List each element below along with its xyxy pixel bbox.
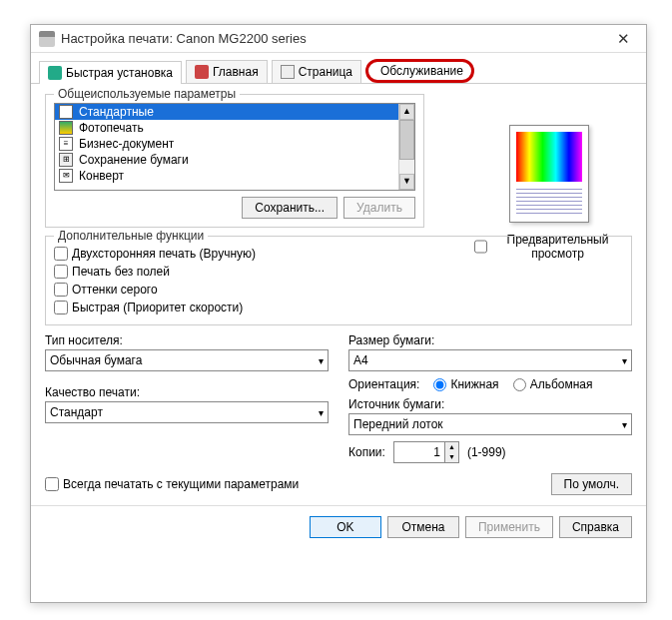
delete-preset-button: Удалить <box>343 197 415 219</box>
portrait-radio-label[interactable]: Книжная <box>433 377 498 391</box>
radio-label: Альбомная <box>530 377 593 391</box>
duplex-checkbox[interactable] <box>54 247 68 261</box>
tab-label: Главная <box>213 65 259 79</box>
group-label: Дополнительные функции <box>54 229 208 243</box>
quick-setup-icon <box>48 66 62 80</box>
media-type-label: Тип носителя: <box>45 333 329 347</box>
check-label: Всегда печатать с текущими параметрами <box>63 477 299 491</box>
grayscale-checkbox[interactable] <box>54 283 68 297</box>
envelope-preset-icon: ✉ <box>59 169 73 183</box>
save-preset-button[interactable]: Сохранить... <box>242 197 337 219</box>
scroll-thumb[interactable] <box>399 120 414 160</box>
chevron-down-icon: ▾ <box>622 355 627 366</box>
titlebar: Настройка печати: Canon MG2200 series ✕ <box>31 25 646 53</box>
page-tab-icon <box>281 65 295 79</box>
business-preset-icon: ≡ <box>59 137 73 151</box>
list-item-label: Сохранение бумаги <box>79 153 189 167</box>
scroll-down-button[interactable]: ▼ <box>399 174 414 190</box>
combo-value: Обычная бумага <box>50 353 319 367</box>
portrait-radio[interactable] <box>433 378 446 391</box>
chevron-down-icon: ▾ <box>622 419 627 430</box>
list-item-label: Бизнес-документ <box>79 137 174 151</box>
common-presets-group: Общеиспользуемые параметры ✦ Стандартные… <box>45 94 424 228</box>
close-button[interactable]: ✕ <box>608 30 638 48</box>
tab-label: Быстрая установка <box>66 66 173 80</box>
listbox-scrollbar[interactable]: ▲ ▼ <box>398 104 414 190</box>
always-print-check-row[interactable]: Всегда печатать с текущими параметрами <box>45 475 299 493</box>
chevron-down-icon: ▾ <box>319 355 324 366</box>
check-label: Оттенки серого <box>72 283 158 297</box>
tab-page[interactable]: Страница <box>272 60 361 83</box>
borderless-check-row[interactable]: Печать без полей <box>54 263 623 281</box>
left-column: Тип носителя: Обычная бумага ▾ Качество … <box>45 333 329 463</box>
copies-row: Копии: ▲ ▼ (1-999) <box>348 441 632 463</box>
dialog-body: Предварительный просмотр Общеиспользуемы… <box>31 84 646 505</box>
apply-button: Применить <box>465 516 553 538</box>
scroll-up-button[interactable]: ▲ <box>399 104 414 120</box>
copies-input[interactable] <box>394 443 444 461</box>
standard-preset-icon: ✦ <box>59 105 73 119</box>
copies-label: Копии: <box>348 445 385 459</box>
chevron-down-icon: ▾ <box>319 407 324 418</box>
check-label: Двухсторонняя печать (Вручную) <box>72 247 256 261</box>
right-column: Размер бумаги: A4 ▾ Ориентация: Книжная … <box>348 333 632 463</box>
copies-range: (1-999) <box>467 445 506 459</box>
fast-checkbox[interactable] <box>54 301 68 314</box>
list-item-business[interactable]: ≡ Бизнес-документ <box>55 136 398 152</box>
presets-listbox[interactable]: ✦ Стандартные Фотопечать ≡ Бизнес-докуме… <box>54 103 415 191</box>
paper-source-combo[interactable]: Передний лоток ▾ <box>348 413 632 435</box>
preview-color-block <box>516 132 582 182</box>
grayscale-check-row[interactable]: Оттенки серого <box>54 281 623 299</box>
scroll-track[interactable] <box>399 120 414 174</box>
cancel-button[interactable]: Отмена <box>387 516 459 538</box>
list-item-photo[interactable]: Фотопечать <box>55 120 398 136</box>
list-item-label: Конверт <box>79 169 124 183</box>
tab-label: Обслуживание <box>380 64 463 78</box>
list-item-standard[interactable]: ✦ Стандартные <box>55 104 398 120</box>
landscape-radio[interactable] <box>513 378 526 391</box>
list-item-paper-save[interactable]: ⊞ Сохранение бумаги <box>55 152 398 168</box>
photo-preset-icon <box>59 121 73 135</box>
tab-quick-setup[interactable]: Быстрая установка <box>39 61 182 84</box>
tab-maintenance-highlighted[interactable]: Обслуживание <box>365 59 474 83</box>
check-label: Печать без полей <box>72 265 170 279</box>
bottom-row: Всегда печатать с текущими параметрами П… <box>45 473 632 495</box>
combo-value: Передний лоток <box>353 417 622 431</box>
dialog-footer: OK Отмена Применить Справка <box>31 505 646 548</box>
combo-value: Стандарт <box>50 405 319 419</box>
fast-check-row[interactable]: Быстрая (Приоритет скорости) <box>54 299 623 316</box>
quality-combo[interactable]: Стандарт ▾ <box>45 401 329 423</box>
orientation-label: Ориентация: <box>348 377 419 391</box>
always-print-checkbox[interactable] <box>45 477 59 491</box>
list-items: ✦ Стандартные Фотопечать ≡ Бизнес-докуме… <box>55 104 398 190</box>
list-item-label: Стандартные <box>79 105 154 119</box>
list-item-envelope[interactable]: ✉ Конверт <box>55 168 398 184</box>
combo-value: A4 <box>353 353 622 367</box>
window-title: Настройка печати: Canon MG2200 series <box>61 31 608 46</box>
paper-size-label: Размер бумаги: <box>348 333 632 347</box>
list-item-label: Фотопечать <box>79 121 144 135</box>
paper-source-label: Источник бумаги: <box>348 397 632 411</box>
check-label: Быстрая (Приоритет скорости) <box>72 301 243 314</box>
duplex-check-row[interactable]: Двухсторонняя печать (Вручную) <box>54 245 623 263</box>
quality-label: Качество печати: <box>45 385 329 399</box>
media-type-combo[interactable]: Обычная бумага ▾ <box>45 349 329 371</box>
copies-spinner[interactable]: ▲ ▼ <box>393 441 459 463</box>
orientation-row: Ориентация: Книжная Альбомная <box>348 377 632 391</box>
printer-icon <box>39 31 55 47</box>
spin-down-button[interactable]: ▼ <box>444 452 458 462</box>
additional-functions-group: Дополнительные функции Двухсторонняя печ… <box>45 236 632 325</box>
spin-up-button[interactable]: ▲ <box>444 442 458 452</box>
borderless-checkbox[interactable] <box>54 265 68 279</box>
preset-buttons: Сохранить... Удалить <box>54 197 415 219</box>
preview-text-lines <box>516 186 582 216</box>
landscape-radio-label[interactable]: Альбомная <box>513 377 593 391</box>
help-button[interactable]: Справка <box>559 516 632 538</box>
tab-main[interactable]: Главная <box>186 60 268 83</box>
defaults-button[interactable]: По умолч. <box>551 473 632 495</box>
ok-button[interactable]: OK <box>310 516 381 538</box>
page-preview <box>509 125 589 223</box>
radio-label: Книжная <box>450 377 498 391</box>
paper-size-combo[interactable]: A4 ▾ <box>348 349 632 371</box>
settings-columns: Тип носителя: Обычная бумага ▾ Качество … <box>45 333 632 463</box>
